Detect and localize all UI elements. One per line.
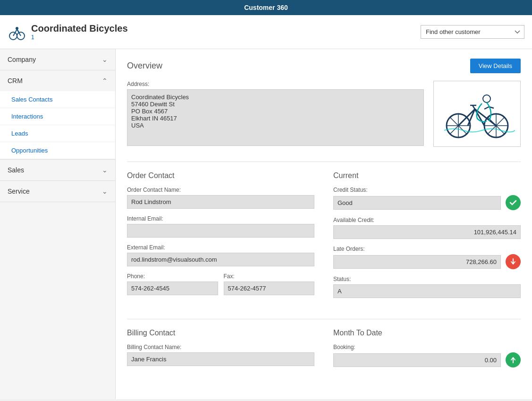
late-orders-input[interactable] bbox=[333, 255, 501, 269]
available-credit-label: Available Credit: bbox=[333, 217, 521, 223]
overview-content: Address: Coordinated Bicycles 57460 Dewi… bbox=[127, 81, 521, 147]
order-contact-name-label: Order Contact Name: bbox=[127, 187, 314, 193]
credit-status-group: Credit Status: bbox=[333, 187, 521, 210]
external-email-input[interactable] bbox=[127, 253, 314, 266]
month-to-date-title: Month To Date bbox=[333, 329, 521, 337]
billing-month-row: Billing Contact Billing Contact Name: Mo… bbox=[127, 329, 521, 374]
address-block: Address: Coordinated Bicycles 57460 Dewi… bbox=[127, 81, 424, 147]
main-content: Overview View Details Address: Coordinat… bbox=[116, 49, 532, 399]
booking-label: Booking: bbox=[333, 344, 521, 350]
sidebar-service-label: Service bbox=[8, 188, 30, 195]
layout: Company ⌄ CRM ⌃ Sales Contacts Interacti… bbox=[0, 49, 532, 399]
month-to-date-col: Month To Date Booking: bbox=[333, 329, 521, 374]
credit-status-row bbox=[333, 195, 521, 210]
address-textarea[interactable]: Coordinated Bicycles 57460 Dewitt St PO … bbox=[127, 89, 424, 146]
billing-contact-name-label: Billing Contact Name: bbox=[127, 344, 314, 350]
sidebar-item-leads[interactable]: Leads bbox=[0, 125, 115, 142]
late-orders-icon bbox=[506, 254, 521, 269]
chevron-up-icon: ⌃ bbox=[102, 77, 108, 85]
billing-contact-col: Billing Contact Billing Contact Name: bbox=[127, 329, 314, 374]
header-logo bbox=[8, 23, 26, 42]
sidebar-sales-label: Sales bbox=[8, 166, 24, 174]
chevron-down-icon-service: ⌄ bbox=[102, 188, 108, 195]
available-credit-group: Available Credit: bbox=[333, 217, 521, 239]
credit-status-input[interactable] bbox=[333, 196, 501, 210]
overview-header-row: Overview View Details bbox=[127, 59, 521, 73]
fax-label: Fax: bbox=[224, 273, 315, 280]
chevron-down-icon: ⌄ bbox=[102, 56, 108, 63]
sidebar-item-sales-contacts[interactable]: Sales Contacts bbox=[0, 91, 115, 108]
company-id: 1 bbox=[31, 34, 128, 41]
sidebar: Company ⌄ CRM ⌃ Sales Contacts Interacti… bbox=[0, 49, 116, 399]
billing-contact-name-group: Billing Contact Name: bbox=[127, 344, 314, 366]
header-title-wrap: Coordinated Bicycles 1 bbox=[31, 23, 128, 41]
late-orders-label: Late Orders: bbox=[333, 246, 521, 252]
late-orders-row bbox=[333, 254, 521, 269]
top-bar-title: Customer 360 bbox=[244, 4, 288, 11]
checkmark-icon bbox=[509, 198, 517, 207]
fax-group: Fax: bbox=[224, 273, 315, 295]
order-current-row: Order Contact Order Contact Name: Intern… bbox=[127, 171, 521, 305]
sidebar-section-sales: Sales ⌄ bbox=[0, 160, 115, 181]
internal-email-input[interactable] bbox=[127, 224, 314, 238]
sidebar-item-opportunities[interactable]: Opportunities bbox=[0, 142, 115, 159]
company-name: Coordinated Bicycles bbox=[31, 23, 128, 34]
address-label: Address: bbox=[127, 81, 424, 87]
status-input[interactable] bbox=[333, 284, 521, 298]
sidebar-company-label: Company bbox=[8, 56, 36, 63]
sidebar-section-header-service[interactable]: Service ⌄ bbox=[0, 181, 115, 202]
sidebar-section-header-sales[interactable]: Sales ⌄ bbox=[0, 160, 115, 180]
sidebar-section-header-company[interactable]: Company ⌄ bbox=[0, 49, 115, 70]
arrow-up-icon bbox=[509, 356, 517, 364]
chevron-down-icon-sales: ⌄ bbox=[102, 166, 108, 174]
header-left: Coordinated Bicycles 1 bbox=[8, 23, 128, 42]
current-title: Current bbox=[333, 171, 521, 180]
overview-title: Overview bbox=[127, 61, 162, 71]
find-customer-wrapper: Find other customer bbox=[421, 25, 524, 39]
sidebar-item-interactions[interactable]: Interactions bbox=[0, 108, 115, 125]
internal-email-label: Internal Email: bbox=[127, 215, 314, 222]
find-customer-select[interactable]: Find other customer bbox=[421, 25, 524, 39]
internal-email-group: Internal Email: bbox=[127, 215, 314, 238]
sidebar-section-crm: CRM ⌃ Sales Contacts Interactions Leads … bbox=[0, 70, 115, 160]
company-logo-svg bbox=[439, 85, 515, 142]
sidebar-section-company: Company ⌄ bbox=[0, 49, 115, 70]
booking-input[interactable] bbox=[333, 353, 501, 367]
order-contact-title: Order Contact bbox=[127, 171, 314, 180]
external-email-group: External Email: bbox=[127, 244, 314, 266]
order-contact-name-input[interactable] bbox=[127, 195, 314, 209]
divider-1 bbox=[127, 162, 521, 162]
credit-status-icon bbox=[506, 195, 521, 210]
external-email-label: External Email: bbox=[127, 244, 314, 251]
status-group: Status: bbox=[333, 276, 521, 298]
top-bar: Customer 360 bbox=[0, 0, 532, 15]
crm-sub-items: Sales Contacts Interactions Leads Opport… bbox=[0, 91, 115, 159]
sidebar-crm-label: CRM bbox=[8, 77, 23, 85]
divider-2 bbox=[127, 319, 521, 319]
billing-contact-title: Billing Contact bbox=[127, 329, 314, 337]
phone-label: Phone: bbox=[127, 273, 218, 280]
fax-input[interactable] bbox=[224, 282, 315, 295]
header: Coordinated Bicycles 1 Find other custom… bbox=[0, 15, 532, 49]
billing-contact-name-input[interactable] bbox=[127, 352, 314, 366]
order-contact-name-group: Order Contact Name: bbox=[127, 187, 314, 209]
sidebar-section-header-crm[interactable]: CRM ⌃ bbox=[0, 70, 115, 91]
phone-fax-row: Phone: Fax: bbox=[127, 273, 314, 302]
view-details-button[interactable]: View Details bbox=[470, 59, 521, 73]
svg-point-2 bbox=[16, 27, 18, 30]
credit-status-label: Credit Status: bbox=[333, 187, 521, 193]
phone-group: Phone: bbox=[127, 273, 218, 295]
status-label: Status: bbox=[333, 276, 521, 282]
company-logo-box bbox=[433, 81, 521, 147]
current-col: Current Credit Status: Available Credit: bbox=[333, 171, 521, 305]
late-orders-group: Late Orders: bbox=[333, 246, 521, 269]
phone-input[interactable] bbox=[127, 282, 218, 295]
booking-row bbox=[333, 352, 521, 367]
booking-group: Booking: bbox=[333, 344, 521, 367]
sidebar-section-service: Service ⌄ bbox=[0, 181, 115, 202]
order-contact-col: Order Contact Order Contact Name: Intern… bbox=[127, 171, 314, 305]
arrow-down-icon bbox=[509, 257, 517, 266]
available-credit-input[interactable] bbox=[333, 225, 521, 239]
booking-icon bbox=[506, 352, 521, 367]
